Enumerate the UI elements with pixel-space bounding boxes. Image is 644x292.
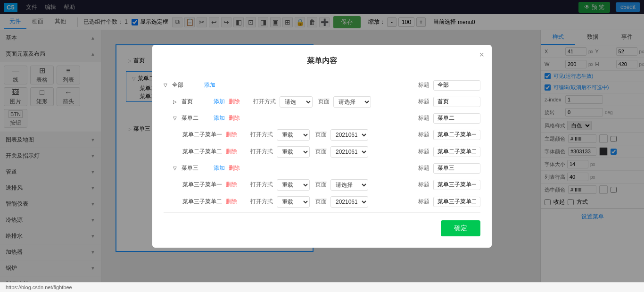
- menu3-sub1-page-select[interactable]: 请选择: [330, 179, 368, 191]
- menu2-sub2-title-label: 标题: [418, 148, 429, 156]
- menu3-sub1-delete-button[interactable]: 删除: [226, 181, 237, 189]
- all-add-button[interactable]: 添加: [204, 81, 215, 89]
- menu2-sub2-open-method-select[interactable]: 重载 新窗口: [277, 146, 310, 158]
- menu3-sub2-page-label: 页面: [315, 198, 327, 206]
- dialog-row-menu3-sub2: 菜单三子菜单二 删除 打开方式 重载 新窗口 页面 202106171439 标…: [164, 193, 480, 210]
- menu3-sub1-open-method-select[interactable]: 重载 新窗口: [277, 179, 310, 191]
- dialog-row-menu3-sub1: 菜单三子菜单一 删除 打开方式 重载 新窗口 页面 请选择 标题: [164, 176, 480, 193]
- menu2-sub2-open-method-label: 打开方式: [250, 148, 273, 156]
- menu3-sub2-name: 菜单三子菜单二: [182, 198, 222, 206]
- dialog-section-all: ▽ 全部 添加 标题 ▷ 首页 添加 删除 打开方式 请选 重载 新窗口 页面: [164, 75, 480, 213]
- menu2-sub2-page-label: 页面: [315, 148, 327, 156]
- dialog-title: 菜单内容: [164, 56, 480, 66]
- menu2-sub2-name: 菜单二子菜单二: [182, 148, 222, 156]
- menu3-sub2-title-input[interactable]: [433, 197, 480, 207]
- dialog-row-menu3: ▽ 菜单三 添加 删除 标题: [164, 160, 480, 176]
- menu2-sub2-title-input[interactable]: [433, 147, 480, 157]
- page-url: https://blog.csdn.net/fightbee: [0, 282, 644, 292]
- menu2-sub1-name: 菜单二子菜单一: [182, 131, 222, 139]
- home-name: 首页: [182, 98, 210, 106]
- menu2-sub1-title-label: 标题: [418, 131, 429, 139]
- dialog-row-all: ▽ 全部 添加 标题: [164, 77, 480, 93]
- menu2-sub1-page-select[interactable]: 202106171439: [330, 129, 368, 141]
- menu3-sub2-open-method-select[interactable]: 重载 新窗口: [277, 196, 310, 208]
- home-open-method-label: 打开方式: [253, 98, 276, 106]
- menu3-sub2-page-select[interactable]: 202106171439: [330, 196, 368, 208]
- dialog-row-menu2: ▽ 菜单二 添加 删除 标题: [164, 110, 480, 126]
- menu2-name: 菜单二: [182, 114, 210, 122]
- menu3-sub1-open-method-label: 打开方式: [250, 181, 273, 189]
- dialog-row-menu2-sub2: 菜单二子菜单二 删除 打开方式 重载 新窗口 页面 202106171439 标…: [164, 143, 480, 160]
- home-title-input[interactable]: [433, 97, 480, 107]
- all-title-input[interactable]: [433, 80, 480, 91]
- menu3-title-label: 标题: [418, 164, 429, 172]
- menu2-title-label: 标题: [418, 114, 429, 122]
- menu3-delete-button[interactable]: 删除: [229, 164, 240, 172]
- menu3-sub2-delete-button[interactable]: 删除: [226, 198, 237, 206]
- menu2-delete-button[interactable]: 删除: [229, 114, 240, 122]
- all-title-label: 标题: [418, 81, 429, 89]
- home-triangle-icon: ▷: [173, 99, 177, 104]
- menu3-sub1-title-label: 标题: [418, 181, 429, 189]
- menu3-sub2-open-method-label: 打开方式: [250, 198, 273, 206]
- menu2-add-button[interactable]: 添加: [214, 114, 225, 122]
- menu3-sub2-title-label: 标题: [418, 198, 429, 206]
- menu2-sub1-page-label: 页面: [315, 131, 327, 139]
- menu3-triangle-icon: ▽: [173, 166, 177, 171]
- menu3-sub1-name: 菜单三子菜单一: [182, 181, 222, 189]
- dialog-close-button[interactable]: ×: [479, 50, 484, 59]
- menu2-triangle-icon: ▽: [173, 116, 177, 121]
- home-page-select[interactable]: 请选择: [333, 96, 371, 108]
- menu2-sub1-title-input[interactable]: [433, 130, 480, 140]
- menu2-sub2-delete-button[interactable]: 删除: [226, 148, 237, 156]
- dialog-row-home: ▷ 首页 添加 删除 打开方式 请选 重载 新窗口 页面 请选择 标题: [164, 93, 480, 110]
- all-triangle-icon: ▽: [164, 83, 167, 88]
- menu2-title-input[interactable]: [433, 113, 480, 124]
- menu3-title-input[interactable]: [433, 163, 480, 174]
- home-delete-button[interactable]: 删除: [229, 98, 240, 106]
- home-title-label: 标题: [418, 98, 429, 106]
- menu2-sub1-delete-button[interactable]: 删除: [226, 131, 237, 139]
- menu3-sub1-page-label: 页面: [315, 181, 327, 189]
- menu3-sub1-title-input[interactable]: [433, 180, 480, 190]
- dialog: 菜单内容 × ▽ 全部 添加 标题 ▷ 首页 添加 删除 打开方式 请选: [152, 45, 492, 248]
- dialog-confirm-button[interactable]: 确定: [441, 220, 480, 236]
- menu3-add-button[interactable]: 添加: [214, 164, 225, 172]
- dialog-row-menu2-sub1: 菜单二子菜单一 删除 打开方式 重载 新窗口 页面 202106171439 标…: [164, 126, 480, 143]
- home-open-method-select[interactable]: 请选 重载 新窗口: [280, 96, 313, 108]
- all-name: 全部: [172, 81, 200, 89]
- dialog-overlay[interactable]: 菜单内容 × ▽ 全部 添加 标题 ▷ 首页 添加 删除 打开方式 请选: [0, 0, 644, 292]
- home-page-label: 页面: [318, 98, 330, 106]
- menu3-name: 菜单三: [182, 164, 210, 172]
- dialog-footer: 确定: [164, 213, 480, 236]
- menu2-sub2-page-select[interactable]: 202106171439: [330, 146, 368, 158]
- menu2-sub1-open-method-select[interactable]: 重载 新窗口: [277, 129, 310, 141]
- home-add-button[interactable]: 添加: [214, 98, 225, 106]
- menu2-sub1-open-method-label: 打开方式: [250, 131, 273, 139]
